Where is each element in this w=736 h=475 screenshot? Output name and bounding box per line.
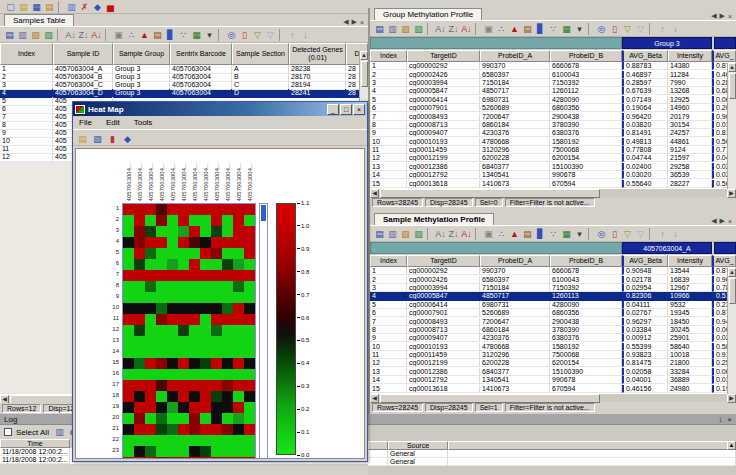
table-row[interactable]: 14cg0001279213405419906780.04001368890.0… <box>370 376 736 384</box>
header-cell[interactable]: AVG_ <box>712 50 736 62</box>
clear-filter-icon[interactable]: ▽ <box>264 29 277 41</box>
header-cell[interactable]: TargetID <box>407 255 480 267</box>
tab-close-icon[interactable]: × <box>728 218 732 225</box>
save-icon[interactable]: ▦ <box>30 1 43 13</box>
table-row[interactable]: 2cg00002426658039761000430.46897112840.4… <box>370 70 736 78</box>
table-row[interactable]: 6cg00007901526068968603560.19064149600.2… <box>370 104 736 112</box>
scroll-thumb[interactable] <box>380 394 600 403</box>
header-cell[interactable]: AVG_Beta <box>622 255 668 267</box>
table-row[interactable]: 5cg00006414698073142800900.07149129250.0… <box>370 96 736 104</box>
move-down-icon[interactable]: ↓ <box>299 29 312 41</box>
sort-custom-icon[interactable]: A↓ <box>460 228 473 240</box>
group-table-header[interactable]: IndexTargetIDProbeID_AProbeID_BAVG_BetaI… <box>370 50 736 62</box>
move-up-icon[interactable]: ↑ <box>286 29 299 41</box>
header-cell[interactable]: Index <box>370 50 407 62</box>
header-cell[interactable]: Index <box>0 43 53 65</box>
table-row[interactable]: 10cg00010193478066815801920.49813448610.… <box>370 138 736 146</box>
new-table-icon[interactable]: ▤ <box>373 23 386 35</box>
image-icon[interactable]: ▣ <box>482 23 495 35</box>
scroll-up-icon[interactable]: ▲ <box>728 63 736 72</box>
sort-ascending-icon[interactable]: A↓ <box>434 228 447 240</box>
color-scatter-icon[interactable]: ∵ <box>547 228 560 240</box>
filter-funnel-icon[interactable]: ▽ <box>251 29 264 41</box>
zoom-icon[interactable]: ◎ <box>225 29 238 41</box>
header-cell[interactable] <box>368 441 388 450</box>
scroll-thumb[interactable] <box>729 278 736 304</box>
clear-filter-icon[interactable]: ▽ <box>634 228 647 240</box>
header-cell[interactable]: ProbeID_B <box>550 50 622 62</box>
sort-ascending-icon[interactable]: A↓ <box>64 29 77 41</box>
select-all-label[interactable]: Select All <box>16 428 49 437</box>
histogram-icon[interactable]: ▲ <box>138 29 151 41</box>
heatmap-dropdown-icon[interactable]: ▾ <box>573 228 586 240</box>
copy-icon[interactable]: ▥ <box>53 426 66 438</box>
select-all-checkbox[interactable] <box>4 428 12 436</box>
maximize-icon[interactable]: □ <box>340 104 352 115</box>
sample-hscrollbar[interactable]: ◀ ▶ <box>370 393 736 402</box>
samples-table-header[interactable]: IndexSample IDSample GroupSentrix Barcod… <box>0 43 368 65</box>
copy-icon[interactable]: ▥ <box>16 29 29 41</box>
table-row[interactable]: 13cg000123866840377151003900.02058332840… <box>370 368 736 376</box>
new-document-icon[interactable]: ▢ <box>4 1 17 13</box>
sort-custom-icon[interactable]: A↓ <box>460 23 473 35</box>
table-row[interactable]: 8cg00008713686018437803900.03820301540.0… <box>370 121 736 129</box>
filter-rows-icon[interactable]: ▯ <box>608 228 621 240</box>
scatter-plot-icon[interactable]: ∴ <box>495 228 508 240</box>
table-row[interactable]: 13cg000123866840377151003900.02400292580… <box>370 163 736 171</box>
close-icon[interactable]: × <box>353 104 365 115</box>
scroll-thumb[interactable] <box>261 205 266 221</box>
scatter-plot-icon[interactable]: ✗ <box>78 1 91 13</box>
table-row[interactable]: 7cg00008493720064729004380.96420201790.9… <box>370 112 736 120</box>
filter-rows-icon[interactable]: ▯ <box>238 29 251 41</box>
heat-map-window[interactable]: Heat Map _ □ × File Edit Tools ▤▧▮◆ 4057… <box>72 101 368 462</box>
zoom-icon[interactable]: ◎ <box>595 228 608 240</box>
heat-map-titlebar[interactable]: Heat Map _ □ × <box>73 102 367 116</box>
remove-columns-icon[interactable]: ▨ <box>412 228 425 240</box>
header-cell[interactable]: Sample ID <box>53 43 113 65</box>
table-row[interactable]: 7cg00008493720064729004380.96297184500.9… <box>370 317 736 325</box>
sample-table-header[interactable]: IndexTargetIDProbeID_AProbeID_BAVG_BetaI… <box>370 255 736 267</box>
header-cell[interactable]: ProbeID_A <box>480 50 550 62</box>
sort-descending-icon[interactable]: Z↓ <box>77 29 90 41</box>
dendrogram-icon[interactable]: ◆ <box>121 132 134 144</box>
scroll-thumb[interactable] <box>380 189 600 198</box>
next-group-header[interactable] <box>714 37 736 49</box>
table-row[interactable]: 15cg0001361814106736705940.55640282270.5… <box>370 179 736 187</box>
sort-descending-icon[interactable]: Z↓ <box>447 228 460 240</box>
table-row[interactable]: 12cg00012199620022862001540.04744215970.… <box>370 154 736 162</box>
histogram-icon[interactable]: ▲ <box>508 23 521 35</box>
header-cell[interactable]: Sentrix Barcode <box>170 43 232 65</box>
tab-close-icon[interactable]: × <box>728 13 732 20</box>
filter-rows-icon[interactable]: ▯ <box>608 23 621 35</box>
table-row[interactable]: 1cg0000029299037066606780.90948135440.87… <box>370 267 736 275</box>
table-row[interactable]: 10cg00010193478066815801920.55399586400.… <box>370 343 736 351</box>
export-icon[interactable]: ▧ <box>91 132 104 144</box>
table-row[interactable]: 4cg00005847485071712601120.67639132680.6… <box>370 87 736 95</box>
scroll-thumb[interactable] <box>729 73 736 99</box>
tab-prev-icon[interactable]: ◀ <box>711 217 716 225</box>
add-columns-icon[interactable]: ▧ <box>29 29 42 41</box>
header-cell[interactable]: Time <box>0 439 70 448</box>
header-cell[interactable]: AVG_ <box>712 255 736 267</box>
group-name-header[interactable]: Group 3 <box>622 37 712 49</box>
header-cell[interactable]: ProbeID_A <box>480 255 550 267</box>
table-row[interactable]: 1cg0000029299037066606780.88783143800.87… <box>370 62 736 70</box>
table-row[interactable]: 5cg00006414698073142800900.0411195320.23… <box>370 301 736 309</box>
new-table-icon[interactable]: ▤ <box>3 29 16 41</box>
scroll-thumb[interactable] <box>361 61 368 87</box>
table-row[interactable]: 9cg00009407423037663803760.81491242570.8… <box>370 129 736 137</box>
tab-samples-table[interactable]: Samples Table <box>4 14 74 26</box>
header-cell[interactable]: ProbeID_B <box>550 255 622 267</box>
header-cell[interactable]: TargetID <box>407 50 480 62</box>
color-scatter-icon[interactable]: ∵ <box>547 23 560 35</box>
header-cell[interactable]: Intensity <box>668 255 712 267</box>
histogram-icon[interactable]: ▲ <box>508 228 521 240</box>
scroll-right-icon[interactable]: ▶ <box>727 189 736 198</box>
move-up-icon[interactable]: ↑ <box>656 23 669 35</box>
heatmap-grid[interactable] <box>122 203 256 459</box>
tab-sample-methylation[interactable]: Sample Methylation Profile <box>374 213 494 225</box>
header-cell[interactable]: Index <box>370 255 407 267</box>
table-row[interactable]: 3cg00003994715018471503920.2859779900.28… <box>370 79 736 87</box>
table-row[interactable]: 11cg00011459312029675000680.7780891240.7… <box>370 146 736 154</box>
remove-columns-icon[interactable]: ▨ <box>412 23 425 35</box>
